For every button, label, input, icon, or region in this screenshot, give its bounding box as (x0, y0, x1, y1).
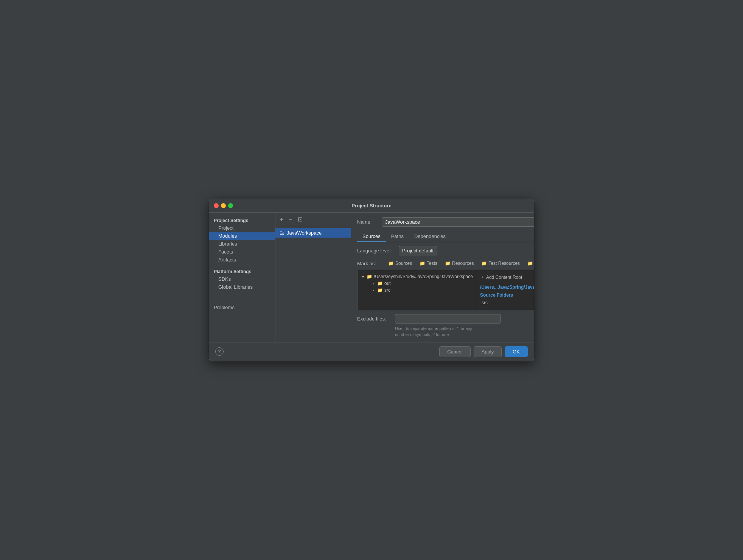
sidebar-item-project[interactable]: Project (209, 224, 275, 232)
sidebar: Project Settings Project Modules Librari… (209, 213, 275, 342)
title-bar: Project Structure (209, 199, 534, 213)
info-panel: ＋ Add Content Root /Users...Java:Spring/… (476, 270, 534, 310)
tab-sources[interactable]: Sources (357, 231, 386, 242)
module-list: 🗂 JavaWorkspace (275, 226, 351, 342)
right-panel: Name: Sources Paths Dependencies Languag… (351, 213, 534, 342)
minimize-traffic-light[interactable] (221, 203, 226, 208)
sidebar-item-facets[interactable]: Facets (209, 248, 275, 256)
sidebar-spacer (209, 291, 275, 302)
mark-resources-label: Resources (452, 261, 474, 266)
remove-module-button[interactable]: − (287, 215, 294, 224)
tree-src-label: src (384, 288, 390, 293)
ok-button[interactable]: OK (505, 346, 528, 357)
exclude-files-row: Exclude files: (357, 314, 534, 324)
root-chevron-icon: ▾ (361, 275, 365, 279)
platform-settings-header: Platform Settings (209, 267, 275, 275)
add-module-button[interactable]: + (278, 215, 285, 224)
add-content-root-button[interactable]: ＋ Add Content Root (480, 274, 534, 280)
tree-root-item[interactable]: ▾ 📁 /Users/eyshin/Study/Java:Spring/Java… (361, 273, 473, 280)
module-toolbar: + − ⊡ (275, 213, 351, 226)
language-level-row: Language level: Project default (357, 246, 534, 255)
exclude-files-label: Exclude files: (357, 316, 391, 322)
language-level-select[interactable]: Project default (399, 246, 437, 255)
language-level-label: Language level: (357, 248, 395, 254)
exclude-files-section: Exclude files: Use ; to separate name pa… (357, 314, 534, 338)
sidebar-divider (209, 264, 275, 267)
tests-folder-icon: 📁 (420, 261, 425, 266)
sidebar-item-problems[interactable]: Problems (209, 302, 275, 313)
sidebar-item-artifacts[interactable]: Artifacts (209, 256, 275, 264)
name-row: Name: (357, 217, 534, 227)
module-icon: 🗂 (279, 230, 284, 236)
tree-root-label: /Users/eyshin/Study/Java:Spring/JavaWork… (374, 274, 473, 279)
project-structure-dialog: Project Structure Project Settings Proje… (209, 199, 534, 361)
mark-as-resources-button[interactable]: 📁 Resources (443, 260, 476, 267)
out-chevron-icon: › (371, 282, 376, 286)
exclude-files-input[interactable] (395, 314, 501, 324)
module-panel: + − ⊡ 🗂 JavaWorkspace (275, 213, 351, 342)
tree-item-out[interactable]: › 📁 out (371, 280, 473, 287)
module-name-input[interactable] (382, 217, 534, 227)
src-folder-icon: 📁 (377, 288, 383, 293)
info-path-header: /Users...Java:Spring/JavaWorkspace ✕ (480, 284, 534, 290)
help-button[interactable]: ? (215, 347, 224, 356)
cancel-button[interactable]: Cancel (439, 346, 470, 357)
mark-as-tests-button[interactable]: 📁 Tests (417, 260, 440, 267)
content-panels: + − ⊡ 🗂 JavaWorkspace Name (275, 213, 534, 342)
mark-as-sources-button[interactable]: 📁 Sources (386, 260, 414, 267)
apply-button[interactable]: Apply (474, 346, 502, 357)
main-area: + − ⊡ 🗂 JavaWorkspace Name (275, 213, 534, 342)
dialog-body: Project Settings Project Modules Librari… (209, 213, 534, 342)
exclude-hint: Use ; to separate name patterns, * for a… (395, 326, 534, 338)
sidebar-item-sdks[interactable]: SDKs (209, 275, 275, 283)
project-settings-header: Project Settings (209, 216, 275, 224)
tree-out-label: out (384, 281, 391, 286)
module-item-javaworkspace[interactable]: 🗂 JavaWorkspace (275, 228, 351, 238)
excluded-folder-icon: 📁 (527, 261, 533, 266)
add-icon: ＋ (480, 274, 485, 280)
content-area: ▾ 📁 /Users/eyshin/Study/Java:Spring/Java… (357, 270, 534, 310)
mark-tests-label: Tests (427, 261, 437, 266)
resources-folder-icon: 📁 (445, 261, 451, 266)
tree-panel: ▾ 📁 /Users/eyshin/Study/Java:Spring/Java… (358, 270, 476, 310)
sidebar-item-libraries[interactable]: Libraries (209, 240, 275, 248)
sidebar-item-global-libraries[interactable]: Global Libraries (209, 283, 275, 291)
close-traffic-light[interactable] (214, 203, 219, 208)
content-root-path: /Users...Java:Spring/JavaWorkspace (480, 285, 534, 290)
mark-as-test-resources-button[interactable]: 📁 Test Resources (479, 260, 522, 267)
module-item-label: JavaWorkspace (287, 230, 322, 236)
source-folders-label: Source Folders (480, 292, 534, 298)
mark-as-row: Mark as: 📁 Sources 📁 Tests 📁 Resources (357, 260, 534, 267)
tab-dependencies[interactable]: Dependencies (409, 231, 451, 242)
mark-test-resources-label: Test Resources (488, 261, 520, 266)
out-folder-icon: 📁 (377, 281, 383, 286)
tab-paths[interactable]: Paths (386, 231, 409, 242)
mark-sources-label: Sources (395, 261, 412, 266)
test-resources-folder-icon: 📁 (481, 261, 487, 266)
source-folder-item: src ✏ ✕ (480, 299, 534, 306)
name-label: Name: (357, 219, 378, 225)
sidebar-item-modules[interactable]: Modules (209, 232, 275, 240)
footer-left: ? (215, 347, 224, 356)
add-content-root-label: Add Content Root (486, 275, 522, 280)
dialog-title: Project Structure (351, 203, 391, 208)
source-folder-name: src (482, 300, 534, 305)
mark-as-label: Mark as: (357, 261, 383, 266)
traffic-lights (214, 203, 233, 208)
language-level-select-wrapper: Project default (399, 246, 534, 255)
dialog-footer: ? Cancel Apply OK (209, 342, 534, 361)
root-folder-icon: 📁 (367, 274, 372, 279)
copy-module-button[interactable]: ⊡ (296, 215, 304, 224)
maximize-traffic-light[interactable] (228, 203, 233, 208)
src-chevron-icon: › (371, 288, 376, 292)
mark-as-excluded-button[interactable]: 📁 Excluded (525, 260, 534, 267)
tree-item-src[interactable]: › 📁 src (371, 287, 473, 294)
tabs-bar: Sources Paths Dependencies (357, 231, 534, 242)
dotted-separator (490, 303, 534, 303)
sources-folder-icon: 📁 (388, 261, 394, 266)
tree-children: › 📁 out › 📁 src (371, 280, 473, 294)
